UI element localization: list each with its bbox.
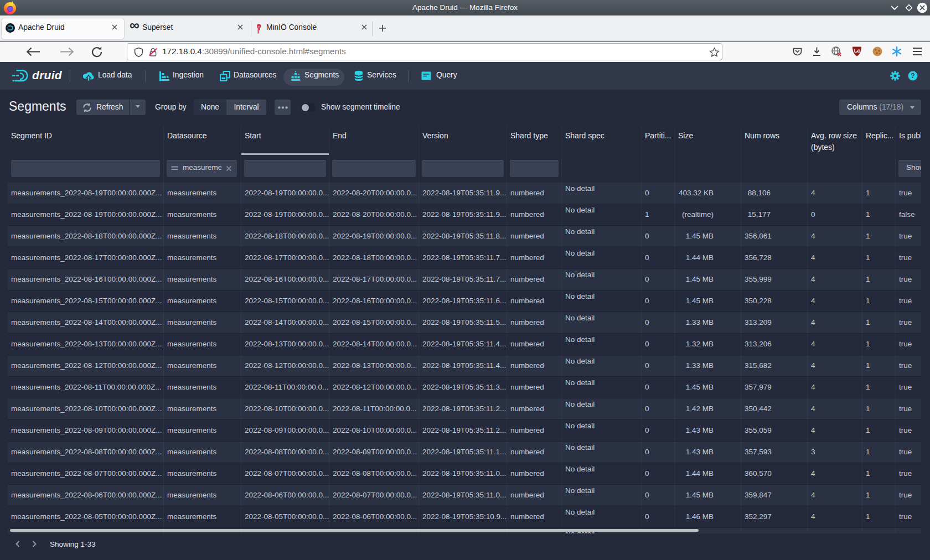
svg-text:?: ?	[911, 72, 914, 80]
